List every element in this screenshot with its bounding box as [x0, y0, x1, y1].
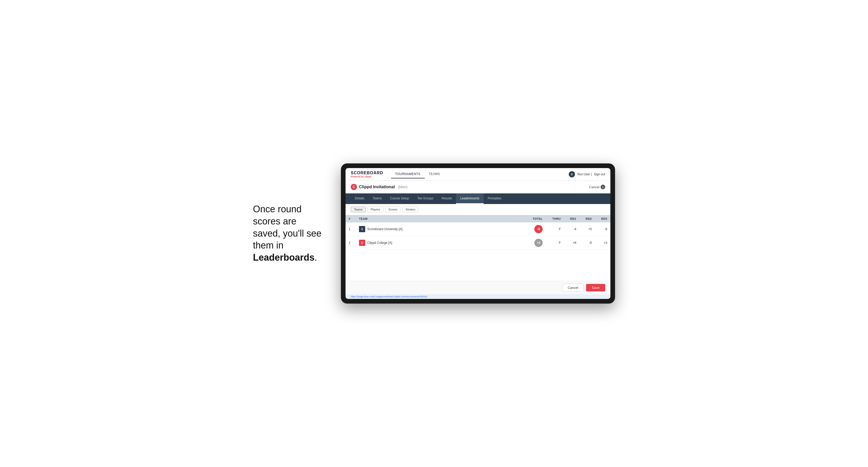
sidebar-text-period: . — [314, 252, 317, 263]
url-bar: https://stage-blue-coach.stagescoreboard… — [345, 294, 610, 299]
nav-tournaments[interactable]: TOURNAMENTS — [391, 170, 425, 179]
user-name: Test User | — [577, 173, 592, 176]
rd2-cell: +5 — [579, 222, 595, 236]
team-cell: S Scoreboard University [A] — [356, 222, 525, 236]
rd2-cell: -8 — [579, 236, 595, 250]
leaderboard-table: # TEAM TOTAL THRU RD1 RD2 RD3 1 S Scoreb… — [345, 215, 610, 250]
logo-sub-brand: clippd — [365, 175, 371, 178]
team-name: Scoreboard University [A] — [367, 227, 402, 231]
tournament-title-area: C Clippd Invitational (Men) — [351, 184, 407, 190]
team-cell: C Clippd College [A] — [356, 236, 525, 250]
main-nav: TOURNAMENTS TEAMS — [391, 170, 561, 179]
sidebar-text-line3: saved, you'll see — [253, 228, 321, 239]
rd3-cell: +3 — [595, 236, 610, 250]
rd1-cell: -4 — [564, 222, 579, 236]
cancel-tournament-btn[interactable]: Cancel ✕ — [589, 185, 605, 189]
score-badge: -5 — [534, 225, 542, 233]
thru-cell: F — [546, 236, 564, 250]
tablet-screen: SCOREBOARD Powered by clippd TOURNAMENTS… — [345, 168, 610, 299]
tab-course-setup[interactable]: Course Setup — [386, 193, 413, 204]
app-logo-title: SCOREBOARD — [351, 171, 383, 175]
col-rd2: RD2 — [579, 215, 595, 222]
modal-footer: Cancel Save — [345, 281, 610, 294]
team-name: Clippd College [A] — [367, 241, 392, 245]
table-row: 1 S Scoreboard University [A] -5 F -4 +5… — [345, 222, 610, 236]
tournament-name: Clippd Invitational — [359, 185, 395, 189]
rd3-cell: -6 — [595, 222, 610, 236]
sidebar-text-bold: Leaderboards — [253, 252, 314, 263]
tab-teams[interactable]: Teams — [369, 193, 386, 204]
team-logo-icon: C — [359, 240, 365, 246]
sidebar-text-line1: Once round — [253, 204, 302, 214]
sub-tabs-bar: Details Teams Course Setup Tee Groups Re… — [345, 193, 610, 204]
tab-results[interactable]: Results — [437, 193, 456, 204]
app-logo-sub: Powered by clippd — [351, 175, 383, 178]
tournament-logo: C — [351, 184, 357, 190]
tab-tee-groups[interactable]: Tee Groups — [413, 193, 437, 204]
col-rank: # — [345, 215, 356, 222]
col-thru: THRU — [546, 215, 564, 222]
table-spacer — [345, 250, 610, 281]
logo-sub-prefix: Powered by — [351, 175, 365, 178]
user-avatar: S — [569, 171, 575, 177]
col-team: TEAM — [356, 215, 525, 222]
rank-cell: 2 — [345, 236, 356, 250]
filter-players-btn[interactable]: Players — [367, 207, 383, 212]
filter-strokes-btn[interactable]: Strokes — [402, 207, 418, 212]
tab-printables[interactable]: Printables — [484, 193, 506, 204]
tab-leaderboards[interactable]: Leaderboards — [456, 193, 484, 204]
footer-cancel-button[interactable]: Cancel — [562, 284, 584, 292]
total-cell: +3 — [525, 236, 546, 250]
col-total: TOTAL — [525, 215, 546, 222]
filter-teams-btn[interactable]: Teams — [351, 207, 366, 212]
tab-details[interactable]: Details — [351, 193, 369, 204]
logo-area: SCOREBOARD Powered by clippd — [351, 171, 383, 178]
sidebar-description: Once round scores are saved, you'll see … — [253, 203, 326, 264]
score-badge: +3 — [534, 239, 542, 247]
thru-cell: F — [546, 222, 564, 236]
col-rd1: RD1 — [564, 215, 579, 222]
filter-scores-btn[interactable]: Scores — [385, 207, 401, 212]
filter-row: Teams Players Scores Strokes — [345, 204, 610, 215]
tablet-device: SCOREBOARD Powered by clippd TOURNAMENTS… — [341, 163, 615, 304]
user-area: S Test User | Sign out — [569, 171, 605, 177]
total-cell: -5 — [525, 222, 546, 236]
cancel-label: Cancel — [589, 185, 599, 189]
app-header: SCOREBOARD Powered by clippd TOURNAMENTS… — [345, 168, 610, 181]
sidebar-text-line2: scores are — [253, 216, 297, 226]
sidebar-text-line4: them in — [253, 240, 283, 251]
rank-cell: 1 — [345, 222, 356, 236]
tournament-subtitle: (Men) — [398, 185, 408, 189]
footer-save-button[interactable]: Save — [586, 284, 605, 291]
nav-teams[interactable]: TEAMS — [425, 170, 444, 179]
close-icon[interactable]: ✕ — [600, 185, 605, 189]
team-logo-icon: S — [359, 226, 365, 232]
rd1-cell: +8 — [564, 236, 579, 250]
col-rd3: RD3 — [595, 215, 610, 222]
tournament-header: C Clippd Invitational (Men) Cancel ✕ — [345, 181, 610, 193]
sign-out-link[interactable]: Sign out — [594, 173, 605, 176]
table-row: 2 C Clippd College [A] +3 F +8 -8 +3 — [345, 236, 610, 250]
